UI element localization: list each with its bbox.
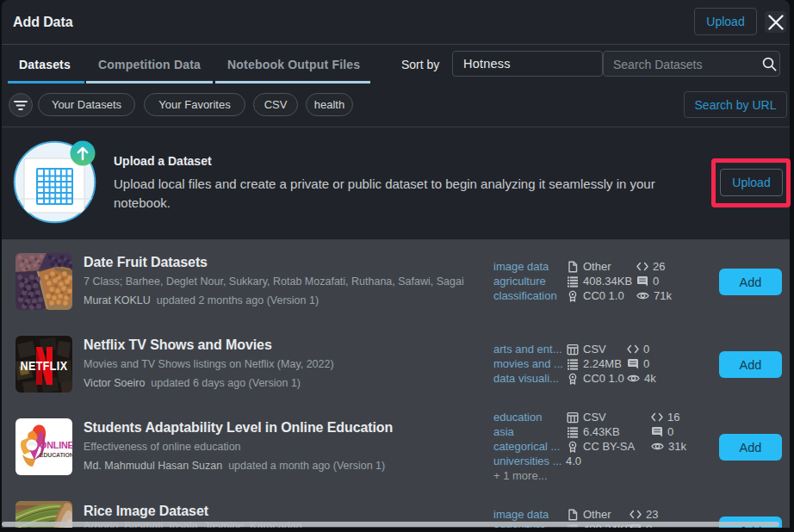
svg-text:ONLINE: ONLINE xyxy=(40,440,72,450)
svg-text:NETFLIX: NETFLIX xyxy=(21,359,68,373)
svg-text:EDUCATION: EDUCATION xyxy=(40,452,72,458)
